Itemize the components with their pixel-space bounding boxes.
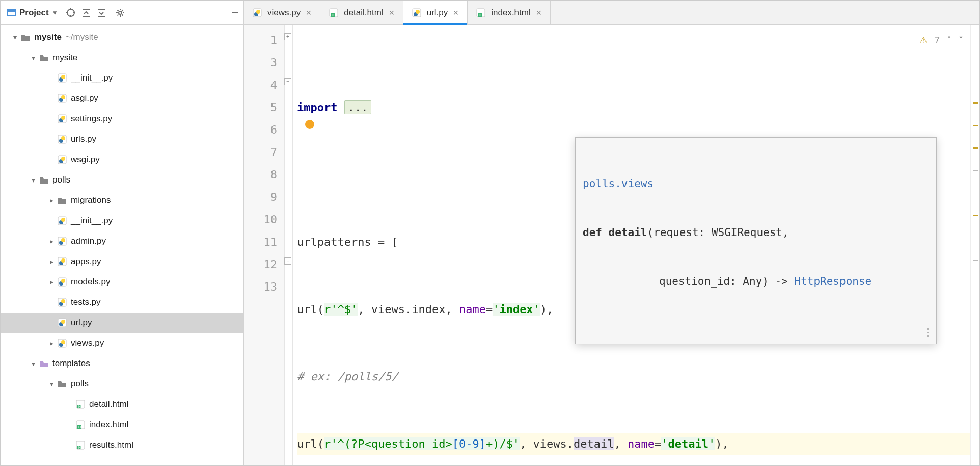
intention-bulb-icon[interactable] (305, 120, 314, 129)
tree-arrow-icon[interactable]: ▾ (28, 359, 38, 368)
html-icon: H (476, 8, 486, 18)
line-number: 7 (244, 141, 277, 164)
editor-tab-index-html[interactable]: Hindex.html✕ (468, 1, 550, 24)
editor-tab-views-py[interactable]: views.py✕ (244, 1, 320, 24)
svg-point-11 (119, 11, 122, 14)
doc-package: polls.views (583, 177, 654, 190)
py-icon (57, 276, 68, 288)
code-token: import (297, 101, 337, 114)
warning-icon: ⚠ (919, 29, 928, 51)
doc-function-name: detail (609, 226, 647, 239)
tree-arrow-icon[interactable]: ▸ (46, 196, 57, 204)
tree-arrow-icon[interactable]: ▸ (46, 237, 57, 245)
tree-arrow-icon[interactable]: ▸ (46, 257, 57, 266)
tree-item-views-py[interactable]: ▸views.py (1, 333, 243, 353)
code-content[interactable]: import ... urlpatterns = [ url(r'^$', vi… (293, 25, 970, 465)
fold-gutter[interactable]: + − − (285, 25, 293, 465)
tree-item-models-py[interactable]: ▸models.py (1, 272, 243, 292)
tree-item-asgi-py[interactable]: asgi.py (1, 88, 243, 109)
project-view-selector[interactable]: Project ▼ (3, 6, 62, 19)
tree-item-tests-py[interactable]: tests.py (1, 292, 243, 313)
tree-item-label: polls (71, 379, 89, 389)
tree-item-results-html[interactable]: Hresults.html (1, 435, 243, 455)
svg-text:H: H (78, 446, 81, 449)
tree-item-label: urls.py (71, 134, 96, 144)
warning-mark[interactable] (973, 102, 978, 104)
svg-point-42 (61, 299, 65, 303)
locate-file-icon[interactable] (65, 7, 77, 19)
tree-arrow-icon[interactable]: ▾ (28, 54, 38, 62)
tree-item-label: index.html (89, 420, 128, 430)
tpl-icon (38, 358, 49, 369)
tree-item-urls-py[interactable]: urls.py (1, 129, 243, 149)
info-mark[interactable] (973, 260, 978, 261)
close-icon[interactable]: ✕ (453, 9, 459, 17)
html-icon: H (75, 399, 86, 410)
editor-tab-detail-html[interactable]: Hdetail.html✕ (320, 1, 403, 24)
tree-item-label: detail.html (89, 399, 128, 409)
warning-mark[interactable] (973, 147, 978, 149)
tree-item-admin-py[interactable]: ▸admin.py (1, 231, 243, 251)
more-icon[interactable]: ⋮ (922, 324, 933, 341)
folded-region[interactable]: ... (344, 100, 372, 114)
tree-item-apps-py[interactable]: ▸apps.py (1, 251, 243, 272)
chevron-up-icon[interactable]: ˄ (947, 29, 951, 51)
py-icon (252, 8, 262, 18)
tree-item-settings-py[interactable]: settings.py (1, 109, 243, 129)
close-icon[interactable]: ✕ (536, 9, 542, 17)
svg-point-45 (61, 320, 65, 324)
warning-mark[interactable] (973, 215, 978, 216)
project-view-label: Project (19, 8, 49, 18)
code-editor[interactable]: 1345678910111213 + − − import ... urlpat… (244, 25, 979, 465)
tab-label: views.py (267, 8, 301, 18)
tree-item-migrations[interactable]: ▸migrations (1, 190, 243, 211)
code-token: urlpatterns = [ (297, 236, 398, 248)
project-tree[interactable]: ▾mysite~/mysite▾mysite__init__.pyasgi.py… (1, 25, 243, 465)
tree-item-wsgi-py[interactable]: wsgi.py (1, 149, 243, 170)
fold-expand-icon[interactable]: + (284, 33, 291, 40)
tree-item-polls[interactable]: ▾polls (1, 170, 243, 190)
py-icon (57, 93, 68, 104)
py-icon (57, 134, 68, 145)
tree-arrow-icon[interactable]: ▾ (28, 176, 38, 184)
tree-item-mysite[interactable]: ▾mysite~/mysite (1, 27, 243, 47)
folder-icon (38, 52, 49, 63)
line-number: 6 (244, 119, 277, 141)
tree-item-url-py[interactable]: url.py (1, 313, 243, 333)
tree-arrow-icon[interactable]: ▾ (10, 33, 20, 41)
hovered-identifier[interactable]: detail (574, 437, 614, 450)
inspection-widget[interactable]: ⚠ 7 ˄ ˅ (919, 29, 963, 51)
code-token: url( (297, 303, 324, 316)
expand-all-icon[interactable] (80, 7, 92, 19)
quick-documentation-popup[interactable]: polls.views def detail(request: WSGIRequ… (575, 137, 937, 344)
tree-arrow-icon[interactable]: ▸ (46, 278, 57, 286)
tab-label: detail.html (344, 8, 383, 18)
settings-icon[interactable] (114, 7, 126, 19)
tree-arrow-icon[interactable]: ▾ (46, 380, 57, 388)
fold-collapse-icon[interactable]: − (284, 78, 291, 85)
tree-item-polls[interactable]: ▾polls (1, 374, 243, 394)
fold-collapse-icon[interactable]: − (284, 257, 291, 265)
close-icon[interactable]: ✕ (389, 9, 395, 17)
tree-item-detail-html[interactable]: Hdetail.html (1, 394, 243, 415)
minimize-icon[interactable] (229, 7, 241, 19)
chevron-down-icon[interactable]: ˅ (959, 29, 963, 51)
tree-item-index-html[interactable]: Hindex.html (1, 415, 243, 435)
doc-return-type: HttpResponse (795, 275, 872, 288)
editor-tabbar: views.py✕Hdetail.html✕url.py✕Hindex.html… (244, 1, 979, 25)
tree-item-templates[interactable]: ▾templates (1, 353, 243, 374)
project-tool-window: Project ▼ ▾mysite~/mysite▾mysite__init__… (1, 1, 244, 465)
close-icon[interactable]: ✕ (306, 9, 312, 17)
warning-mark[interactable] (973, 125, 978, 126)
collapse-all-icon[interactable] (95, 7, 107, 19)
tree-item-mysite[interactable]: ▾mysite (1, 47, 243, 68)
tree-item--init-py[interactable]: __init__.py (1, 68, 243, 88)
editor-tab-url-py[interactable]: url.py✕ (403, 1, 468, 24)
tree-arrow-icon[interactable]: ▸ (46, 339, 57, 347)
editor-area: views.py✕Hdetail.html✕url.py✕Hindex.html… (244, 1, 979, 465)
error-stripe[interactable] (970, 25, 979, 465)
line-number: 13 (244, 276, 277, 298)
tree-item--init-py[interactable]: __init__.py (1, 211, 243, 231)
info-mark[interactable] (973, 170, 978, 171)
svg-point-66 (416, 10, 420, 14)
